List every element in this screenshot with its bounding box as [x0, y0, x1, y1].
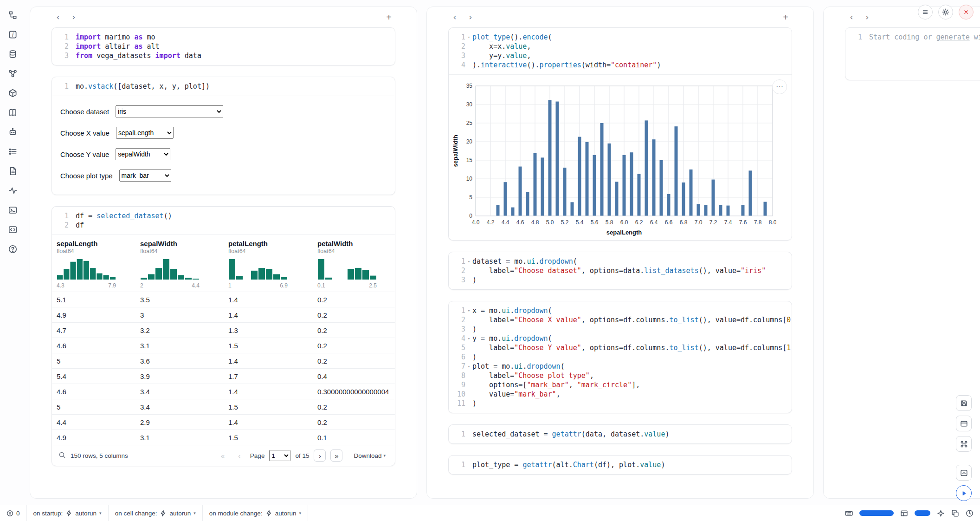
keyboard-icon[interactable]	[845, 509, 853, 517]
table-row[interactable]: 4.63.11.50.2setosa	[52, 338, 395, 353]
next-page-button[interactable]: ›	[314, 449, 326, 462]
prev-page-button[interactable]: ‹	[233, 449, 245, 462]
choose-plot-type-dropdown[interactable]: mark_bar	[119, 169, 171, 182]
table-cell: 5.4	[52, 369, 135, 384]
code-editor[interactable]: 1 Start coding or generate with AI	[845, 28, 980, 80]
tracing-icon[interactable]	[5, 183, 20, 198]
table-cell: 5	[52, 399, 135, 415]
code-editor[interactable]: 1import marimo as mo2import altair as al…	[52, 28, 395, 65]
snippets-icon[interactable]	[5, 222, 20, 237]
code-line: 1selected_dataset = getattr(data, datase…	[452, 430, 785, 439]
fold-chevron-icon[interactable]: ▾	[465, 362, 472, 371]
table-cell: 5	[52, 353, 135, 369]
last-page-button[interactable]: »	[330, 449, 342, 462]
fold-chevron-icon[interactable]: ▾	[465, 257, 472, 266]
code-editor[interactable]: 1▾dataset = mo.ui.dropdown(2 label="Choo…	[449, 252, 792, 289]
cell-plot-type: 1plot_type = getattr(alt.Chart(df), plot…	[448, 455, 792, 475]
choose-x-value-dropdown[interactable]: sepalLength	[116, 127, 174, 139]
table-row[interactable]: 4.63.41.40.30000000000000004setosa	[52, 384, 395, 399]
ai-chat-icon[interactable]	[5, 124, 20, 139]
column-header-sepalWidth[interactable]: sepalWidthfloat6424.4	[135, 235, 224, 292]
errors-indicator[interactable]: 0	[0, 505, 26, 521]
column-header-sepalLength[interactable]: sepalLengthfloat644.37.9	[52, 235, 135, 292]
menu-button[interactable]	[918, 5, 933, 20]
column-header-petalWidth[interactable]: petalWidthfloat640.12.5	[313, 235, 395, 292]
layout-button[interactable]	[956, 416, 972, 431]
datasources-icon[interactable]	[5, 46, 20, 61]
table-row[interactable]: 4.73.21.30.2setosa	[52, 323, 395, 338]
code-editor[interactable]: 1▾plot_type().encode(2 x=x.value,3 y=y.v…	[449, 28, 792, 74]
column-header-petalLength[interactable]: petalLengthfloat6416.9	[224, 235, 313, 292]
code-editor[interactable]: 1plot_type = getattr(alt.Chart(df), plot…	[449, 456, 792, 474]
code-line: 1▾plot_type().encode(	[452, 33, 785, 42]
altair-bar-chart[interactable]: 4.04.24.44.64.85.05.25.45.65.86.06.26.46…	[451, 81, 776, 236]
outline-icon[interactable]	[5, 144, 20, 159]
column-move-left-button[interactable]: ‹	[448, 11, 461, 24]
code-editor[interactable]: 1▾x = mo.ui.dropdown(2 label="Choose X v…	[449, 301, 792, 413]
svg-text:6.0: 6.0	[620, 219, 628, 226]
notebook-actions	[918, 5, 974, 20]
svg-text:7.6: 7.6	[739, 219, 747, 226]
table-row[interactable]: 4.931.40.2setosa	[52, 307, 395, 323]
run-all-button[interactable]	[956, 485, 972, 501]
code-editor[interactable]: 1selected_dataset = getattr(data, datase…	[449, 425, 792, 443]
first-page-button[interactable]: «	[217, 449, 229, 462]
generate-with-ai-link[interactable]: generate	[936, 33, 970, 41]
packages-icon[interactable]	[5, 85, 20, 100]
code-editor[interactable]: 1mo.vstack([dataset, x, y, plot])	[52, 77, 395, 96]
download-button[interactable]: Download▾	[351, 452, 388, 460]
cell-chart: 1▾plot_type().encode(2 x=x.value,3 y=y.v…	[448, 27, 792, 241]
documentation-icon[interactable]	[5, 105, 20, 120]
sparkle-icon[interactable]	[937, 509, 945, 517]
table-row[interactable]: 5.13.51.40.2setosa	[52, 292, 395, 307]
copy-icon[interactable]	[951, 509, 959, 517]
setting-label: on startup:	[33, 510, 63, 517]
page-select[interactable]: 1	[269, 450, 290, 461]
table-cell: 3.2	[135, 323, 224, 338]
table-row[interactable]: 53.61.40.2setosa	[52, 353, 395, 369]
table-row[interactable]: 4.93.11.50.1setosa	[52, 430, 395, 445]
notebook-icon[interactable]: f	[5, 27, 20, 42]
save-button[interactable]	[956, 395, 972, 411]
altair-chart-container[interactable]: 4.04.24.44.64.85.05.25.45.65.86.06.26.46…	[449, 75, 792, 240]
table-cell: 3	[135, 307, 224, 323]
column-move-left-button[interactable]: ‹	[52, 11, 64, 24]
add-cell-button[interactable]: +	[779, 11, 792, 24]
file-tree-icon[interactable]	[5, 7, 20, 22]
clock-icon[interactable]	[966, 509, 974, 517]
column-move-left-button[interactable]: ‹	[845, 11, 858, 24]
help-icon[interactable]	[5, 241, 20, 256]
terminal-icon[interactable]	[5, 202, 20, 217]
code-line: 2 label="Choose dataset", options=data.l…	[452, 266, 785, 275]
chart-menu-button[interactable]: ⋯	[772, 79, 787, 94]
table-row[interactable]: 4.42.91.40.2setosa	[52, 415, 395, 430]
choose-y-value-dropdown[interactable]: sepalWidth	[116, 148, 170, 160]
fold-chevron-icon[interactable]: ▾	[465, 306, 472, 315]
table-row[interactable]: 53.41.50.2setosa	[52, 399, 395, 415]
console-toggle-button[interactable]	[956, 465, 972, 481]
fold-chevron-icon[interactable]: ▾	[465, 334, 472, 343]
on-module-change-setting[interactable]: on module change: autorun ▾	[203, 505, 308, 521]
code-editor[interactable]: 1df = selected_dataset()2df	[52, 207, 395, 234]
table-cell: 4.6	[52, 384, 135, 399]
on-cell-change-setting[interactable]: on cell change: autorun ▾	[109, 505, 202, 521]
choose-dataset-dropdown[interactable]: iris	[116, 105, 223, 117]
variables-icon[interactable]	[5, 66, 20, 81]
save-icon	[960, 399, 968, 407]
table-cell: 0.2	[313, 415, 395, 430]
add-cell-button[interactable]: +	[382, 11, 395, 24]
column-move-right-button[interactable]: ›	[861, 11, 874, 24]
table-icon[interactable]	[900, 509, 908, 517]
keyboard-shortcuts-button[interactable]	[956, 436, 972, 452]
svg-text:35: 35	[466, 83, 473, 89]
on-startup-setting[interactable]: on startup: autorun ▾	[27, 505, 108, 521]
logs-icon[interactable]	[5, 163, 20, 178]
sidebar: f	[0, 0, 25, 505]
table-row[interactable]: 5.43.91.70.4setosa	[52, 369, 395, 384]
shutdown-button[interactable]	[959, 5, 974, 20]
settings-button[interactable]	[938, 5, 953, 20]
column-move-right-button[interactable]: ›	[67, 11, 80, 24]
fold-chevron-icon[interactable]: ▾	[465, 33, 472, 42]
column-move-right-button[interactable]: ›	[464, 11, 477, 24]
search-icon[interactable]	[58, 451, 66, 460]
